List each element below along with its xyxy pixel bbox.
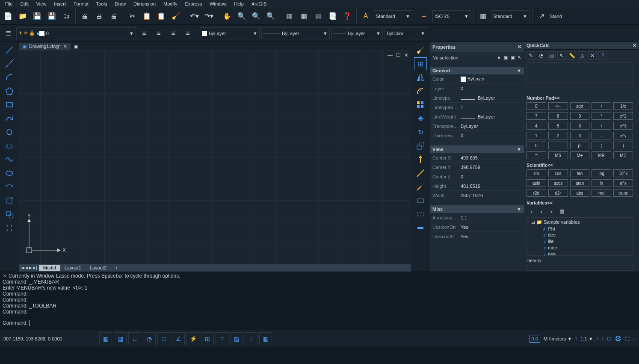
copy-button[interactable]: 📋	[140, 10, 153, 23]
calc-key-x^3[interactable]: x^3	[613, 122, 633, 130]
calc-history-icon[interactable]: ◔	[537, 51, 545, 60]
move-tool[interactable]: ✥	[414, 112, 427, 125]
var-new-icon[interactable]: 𝑥	[527, 207, 535, 216]
snap-toggle[interactable]: ▦	[114, 332, 127, 345]
property-row[interactable]: Width2507.1976	[430, 191, 524, 200]
view-section-header[interactable]: View▼	[430, 145, 524, 153]
table-style-dropdown[interactable]: Standard▼	[491, 10, 530, 22]
print-button[interactable]: 🖨	[78, 10, 91, 23]
calc-key--[interactable]: -	[592, 132, 611, 139]
calc-sci-tan[interactable]: tan	[570, 169, 590, 177]
redo-button[interactable]: ↷▾	[202, 10, 215, 23]
cut-button[interactable]: ✂	[126, 10, 139, 23]
calc-sci-abs[interactable]: abs	[570, 189, 590, 197]
open-file-button[interactable]: 📁	[16, 10, 29, 23]
extend-tool[interactable]	[414, 181, 427, 193]
property-value[interactable]: 0	[459, 174, 524, 179]
osnap-toggle[interactable]: □	[157, 332, 170, 345]
model-tab[interactable]: Model	[39, 265, 60, 271]
sheet-button[interactable]: 📑	[326, 10, 339, 23]
calc-key-sqrt[interactable]: sqrt	[570, 102, 590, 110]
calc-key-6[interactable]: 6	[570, 122, 590, 130]
property-row[interactable]: Height481.6516	[430, 181, 524, 191]
quick-props-toggle[interactable]: ▦	[259, 332, 272, 345]
calc-key-C[interactable]: C	[527, 102, 546, 110]
zoom-extents-button[interactable]: 🔍	[264, 10, 277, 23]
calc-get-icon[interactable]: ▤	[547, 51, 556, 60]
calc-sci-e^x[interactable]: e^x	[613, 179, 633, 187]
revcloud-tool[interactable]	[3, 139, 16, 152]
calc-key-M+[interactable]: M+	[570, 151, 590, 159]
text-style-dropdown[interactable]: Standard▼	[374, 10, 412, 22]
table-button[interactable]: ▦	[283, 10, 296, 23]
property-row[interactable]: Center Z0	[430, 172, 524, 181]
calc-key-2[interactable]: 2	[548, 132, 568, 139]
zoom-window-button[interactable]: 🔍	[250, 10, 263, 23]
pan-button[interactable]: ✋	[221, 10, 234, 23]
property-value[interactable]: ByLayer	[459, 114, 524, 119]
calc-clear-icon[interactable]: ✎	[527, 51, 535, 60]
property-value[interactable]: 1	[459, 105, 524, 110]
spline-tool[interactable]	[3, 112, 16, 125]
mirror-tool[interactable]	[414, 71, 427, 84]
new-tab-button[interactable]: ▣	[71, 44, 82, 49]
property-value[interactable]: Yes	[459, 234, 524, 239]
saveas-button[interactable]: 💾	[45, 10, 58, 23]
units-icon[interactable]: 0.0	[530, 335, 540, 343]
ellipse-tool[interactable]	[3, 167, 16, 180]
property-row[interactable]: Annotatio...1:1	[430, 213, 524, 222]
close-cmdline-icon[interactable]: ✕	[3, 273, 7, 279]
variable-dee[interactable]: 𝑥dee	[528, 232, 632, 238]
calc-key-7[interactable]: 7	[527, 112, 546, 120]
text-style-icon[interactable]: A	[359, 10, 372, 23]
calc-sci-cos[interactable]: cos	[548, 169, 568, 177]
property-row[interactable]: LinetypeByLayer	[430, 93, 524, 103]
property-row[interactable]: Thickness0	[430, 131, 524, 140]
layout2-tab[interactable]: Layout2	[86, 265, 111, 271]
pickadd-icon[interactable]: ▣	[504, 55, 508, 60]
select-icon[interactable]: ▣	[511, 55, 515, 60]
add-layout-tab[interactable]: +	[111, 265, 122, 271]
print-preview-button[interactable]: 🖨	[93, 10, 106, 23]
calc-help-icon[interactable]: ?	[598, 51, 607, 60]
dyn-toggle[interactable]: ⚡	[186, 332, 199, 345]
arc-tool[interactable]	[3, 71, 16, 84]
variable-ille[interactable]: 𝑥ille	[528, 238, 632, 245]
settings-icon[interactable]: ⚙	[615, 334, 621, 343]
menu-view[interactable]: View	[33, 1, 50, 7]
variables-tree[interactable]: ⊟ 📁 Sample variables kPhi𝑥dee𝑥ille𝑥mee𝑥n…	[527, 217, 633, 256]
dim-style-icon[interactable]: ↔	[418, 10, 431, 23]
saveall-button[interactable]: 🗂	[60, 10, 73, 23]
variable-nee[interactable]: 𝑥nee	[528, 251, 632, 256]
first-layout-button[interactable]: |◀	[21, 266, 24, 270]
property-value[interactable]: 0	[459, 86, 524, 91]
polygon-tool[interactable]	[3, 85, 16, 98]
insert-block-tool[interactable]	[3, 194, 16, 207]
trans-toggle[interactable]: ≡	[216, 332, 228, 345]
property-row[interactable]: UcsIconOnYes	[430, 222, 524, 232]
menu-dimension[interactable]: Dimension	[130, 1, 159, 7]
stretch-tool[interactable]	[414, 153, 427, 166]
minimize-icon[interactable]: —	[388, 52, 393, 58]
scale-tool[interactable]	[414, 139, 427, 152]
property-row[interactable]: UcsIconAtYes	[430, 232, 524, 241]
property-row[interactable]: Center Y398.9759	[430, 163, 524, 172]
property-value[interactable]: 481.6516	[459, 183, 524, 189]
property-value[interactable]: 493.605	[459, 155, 524, 160]
property-value[interactable]: ByLayer	[459, 76, 524, 82]
layout1-tab[interactable]: Layout1	[60, 265, 86, 271]
property-row[interactable]: Transpare...ByLayer	[430, 121, 524, 131]
calc-sci-log[interactable]: log	[592, 169, 611, 177]
property-row[interactable]: LineWeightByLayer	[430, 112, 524, 121]
var-calc-icon[interactable]: ▦	[557, 207, 566, 216]
calc-key-=[interactable]: =	[527, 151, 546, 159]
units-display[interactable]: Millimeters ▼	[544, 336, 572, 341]
break2-tool[interactable]	[414, 208, 427, 221]
region-tool[interactable]	[3, 208, 16, 221]
color-dropdown[interactable]: ByLayer▼	[200, 27, 260, 39]
mleader-icon[interactable]: ↗	[535, 10, 548, 23]
close-icon[interactable]: ✕	[404, 52, 408, 58]
property-row[interactable]: ColorByLayer	[430, 74, 524, 84]
publish-button[interactable]: 🖨	[107, 10, 120, 23]
ellipse-arc-tool[interactable]	[3, 181, 16, 193]
